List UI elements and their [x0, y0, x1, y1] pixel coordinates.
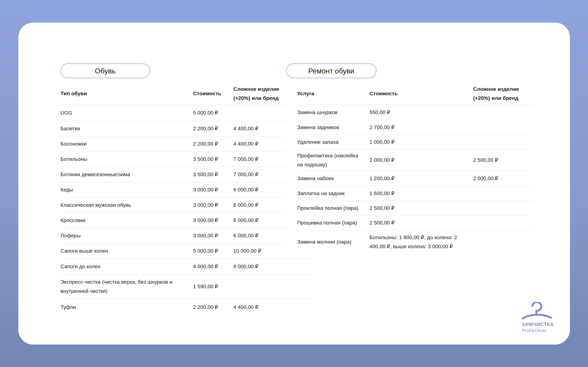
price-cell: 3 500,00 ₽: [193, 170, 233, 179]
shoes-category-button-label: Обувь: [95, 67, 116, 75]
shoe-cleaning-header-row: Тип обуви Стоимость Сложное изделие (+20…: [61, 83, 286, 105]
complex-price-cell: 2 000,00 ₽: [473, 174, 533, 183]
hanger-icon: [522, 302, 552, 321]
item-name-cell: Замена задников: [297, 123, 370, 132]
complex-price-cell: 6 000,00 ₽: [233, 185, 286, 194]
item-name-cell: Сапоги выше колен: [61, 246, 193, 256]
shoe-repair-header-row: Услуга Стоимость Сложное изделие (+20%) …: [297, 83, 533, 105]
item-name-cell: Прошивка полная (пара): [297, 218, 370, 227]
price-cell: 2 700,00 ₽: [370, 123, 473, 132]
logo-subtitle: Profi&Clean: [522, 328, 546, 333]
price-cell: 3 000,00 ₽: [193, 185, 233, 194]
price-cell: 2 200,00 ₽: [193, 139, 233, 149]
item-name-cell: Замена молнии (пара): [297, 237, 370, 247]
column-header-complex: Сложное изделие (+20%) или бренд: [473, 84, 533, 103]
price-cell: 2 000,00 ₽: [370, 156, 473, 165]
price-cell: 3 000,00 ₽: [193, 200, 233, 210]
item-name-cell: Профилактика (наклейка на подошву): [297, 151, 370, 169]
price-cell: 3 000,00 ₽: [193, 231, 233, 240]
item-name-cell: Лоферы: [61, 231, 193, 240]
item-name-cell: Экспресс-чистка (чистка верха, без шнурк…: [61, 277, 193, 296]
item-name-cell: Ботильоны: [61, 155, 193, 164]
complex-price-cell: 7 000,00 ₽: [233, 170, 286, 179]
table-row: Замена задников 2 700,00 ₽: [297, 120, 533, 135]
complex-price-cell: 6 000,00 ₽: [233, 231, 286, 240]
table-row: Балетки 2 200,00 ₽ 4 400,00 ₽: [61, 121, 286, 136]
price-cell: 3 500,00 ₽: [193, 155, 233, 164]
price-cell: 550,00 ₽: [370, 108, 473, 117]
shoe-repair-table: Услуга Стоимость Сложное изделие (+20%) …: [297, 83, 533, 254]
table-row: Кроссовки 3 000,00 ₽ 6 000,00 ₽: [61, 213, 286, 228]
price-cell: 1 200,00 ₽: [370, 174, 473, 183]
table-row: UGG 5 000,00 ₽: [61, 105, 286, 121]
price-cell: 2 200,00 ₽: [193, 124, 233, 133]
price-cell: 5 000,00 ₽: [193, 246, 233, 256]
table-row: Прошивка полная (пара) 2 500,00 ₽: [297, 216, 533, 230]
company-logo: ХИМЧИСТКА Profi&Clean: [522, 302, 554, 333]
table-row: Сапоги выше колен 5 000,00 ₽ 10 000,00 ₽: [61, 243, 311, 259]
table-row: Туфли 2 200,00 ₽ 4 400,00 ₽: [61, 299, 311, 316]
price-cell: 1 000,00 ₽: [370, 137, 473, 147]
table-row: Кеды 3 000,00 ₽ 6 000,00 ₽: [61, 182, 286, 198]
table-row: Босоножки 2 200,00 ₽ 4 400,00 ₽: [61, 136, 286, 152]
complex-price-cell: 4 400,00 ₽: [233, 124, 286, 133]
item-name-cell: Туфли: [61, 303, 193, 312]
item-name-cell: Удаление запаха: [297, 137, 370, 147]
table-row: Сапоги до колен 4 000,00 ₽ 8 000,00 ₽: [61, 259, 311, 275]
complex-price-cell: 6 000,00 ₽: [233, 200, 286, 210]
price-cell: 3 000,00 ₽: [193, 216, 233, 225]
price-card: Обувь Ремонт обуви Тип обуви Стоимость С…: [18, 23, 570, 344]
shoe-repair-category-button-label: Ремонт обуви: [308, 67, 354, 75]
price-cell: 2 500,00 ₽: [370, 218, 473, 227]
table-row: Проклейка полная (пара) 2 500,00 ₽: [297, 201, 533, 216]
price-cell: 1 600,00 ₽: [370, 189, 473, 198]
item-name-cell: UGG: [61, 108, 193, 117]
table-row: Экспресс-чистка (чистка верха, без шнурк…: [61, 275, 311, 299]
item-name-cell: Проклейка полная (пара): [297, 204, 370, 213]
table-row: Замена молнии (пара) Ботильоны: 1 800,00…: [297, 230, 533, 254]
item-name-cell: Сапоги до колен: [61, 262, 193, 271]
item-name-cell: Классическая мужская обувь: [61, 200, 193, 210]
table-row: Ботильоны 3 500,00 ₽ 7 000,00 ₽: [61, 152, 286, 167]
item-name-cell: Кроссовки: [61, 216, 193, 225]
price-cell: 5 000,00 ₽: [193, 108, 233, 117]
column-header-price: Стоимость: [370, 89, 473, 98]
price-cell: 2 200,00 ₽: [193, 303, 233, 312]
item-name-cell: Замена набоек: [297, 174, 370, 183]
table-row: Классическая мужская обувь 3 000,00 ₽ 6 …: [61, 198, 286, 213]
price-cell: 4 000,00 ₽: [193, 262, 233, 271]
complex-price-cell: 4 400,00 ₽: [233, 303, 311, 312]
complex-price-cell: 6 000,00 ₽: [233, 216, 286, 225]
price-cell: 2 500,00 ₽: [370, 204, 473, 213]
shoe-cleaning-table: Тип обуви Стоимость Сложное изделие (+20…: [61, 83, 311, 316]
price-cell: Ботильоны: 1 800,00 ₽, до колена: 2 400,…: [370, 233, 473, 251]
logo-title: ХИМЧИСТКА: [522, 322, 554, 327]
table-row: Удаление запаха 1 000,00 ₽: [297, 135, 533, 150]
item-name-cell: Заплатка на задник: [297, 189, 370, 198]
table-row: Лоферы 3 000,00 ₽ 6 000,00 ₽: [61, 228, 286, 243]
shoes-category-button[interactable]: Обувь: [61, 63, 150, 78]
price-cell: 1 590,00 ₽: [193, 282, 233, 291]
shoe-repair-category-button[interactable]: Ремонт обуви: [286, 63, 376, 78]
table-row: Замена шнурков 550,00 ₽: [297, 105, 533, 120]
column-header-complex: Сложное изделие (+20%) или бренд: [233, 84, 286, 103]
table-row: Заплатка на задник 1 600,00 ₽: [297, 186, 533, 201]
item-name-cell: Ботинки демисезонные/зима: [61, 170, 193, 179]
complex-price-cell: 4 400,00 ₽: [233, 139, 286, 149]
column-header-service: Услуга: [297, 89, 370, 98]
table-row: Ботинки демисезонные/зима 3 500,00 ₽ 7 0…: [61, 167, 286, 182]
column-header-shoe-type: Тип обуви: [61, 89, 193, 98]
table-row: Замена набоек 1 200,00 ₽ 2 000,00 ₽: [297, 171, 533, 186]
column-header-price: Стоимость: [193, 89, 233, 98]
item-name-cell: Босоножки: [61, 139, 193, 149]
complex-price-cell: 7 000,00 ₽: [233, 155, 286, 164]
item-name-cell: Кеды: [61, 185, 193, 194]
complex-price-cell: 2 500,00 ₽: [473, 156, 533, 165]
item-name-cell: Замена шнурков: [297, 108, 370, 117]
complex-price-cell: 8 000,00 ₽: [233, 262, 311, 271]
item-name-cell: Балетки: [61, 124, 193, 133]
table-row: Профилактика (наклейка на подошву) 2 000…: [297, 150, 533, 171]
